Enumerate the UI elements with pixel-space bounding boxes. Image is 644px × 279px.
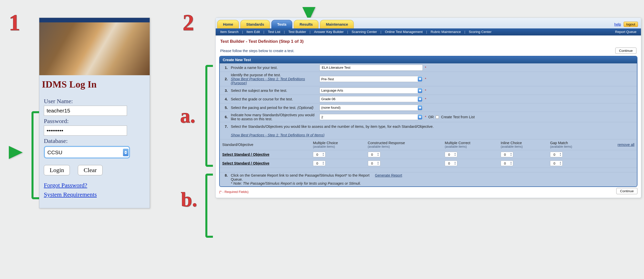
th-standard: Standard/Objective xyxy=(220,139,310,150)
chevron-updown-icon: ▲▼ xyxy=(453,161,457,166)
logout-button[interactable]: logout xyxy=(624,22,638,27)
create-from-list-label: Create Test from List xyxy=(441,115,475,119)
clear-button[interactable]: Clear xyxy=(78,165,103,175)
or-text: OR xyxy=(428,115,434,119)
generate-report-link[interactable]: Generate Report xyxy=(375,173,402,177)
subnav-answer-key-builder[interactable]: Answer Key Builder xyxy=(312,28,346,35)
test-name-input[interactable] xyxy=(319,65,423,71)
gm-stepper[interactable]: ▲▼ xyxy=(550,161,563,166)
login-button[interactable]: Login xyxy=(44,165,70,175)
create-from-list-checkbox[interactable] xyxy=(436,115,439,119)
step-5-label: Select the pacing and period for the tes… xyxy=(231,106,296,110)
main-tab-row: Home Standards Tests Results Maintenance… xyxy=(216,18,641,28)
mc-stepper[interactable]: ▲▼ xyxy=(313,152,326,157)
chevron-updown-icon: ▲▼ xyxy=(321,152,325,157)
tab-standards[interactable]: Standards xyxy=(240,20,270,28)
subnav-report-queue[interactable]: Report Queue xyxy=(613,28,638,35)
step-2-label: Identify the purpose of the test. xyxy=(231,73,281,77)
subnav-online-test-management[interactable]: Online Test Management xyxy=(383,28,425,35)
th-constructed-response: Constructed Response (available items) xyxy=(365,139,442,150)
forgot-password-link[interactable]: Forgot Password? xyxy=(44,182,145,189)
step-6-row: 6. Indicate how many Standards/Objective… xyxy=(220,112,637,122)
chevron-updown-icon: ▲▼ xyxy=(376,152,380,157)
subnav-rubric-maintenance[interactable]: Rubric Maintenance xyxy=(429,28,463,35)
required-icon: * xyxy=(425,89,426,93)
th-multiple-choice: Multiple Choice (available items) xyxy=(310,139,365,150)
step-5-optional: (Optional) xyxy=(297,106,313,110)
callout-2: 2 xyxy=(183,10,194,35)
select-standard-link[interactable]: Select Standard / Objective xyxy=(222,152,269,156)
username-input[interactable] xyxy=(44,106,127,116)
login-panel: IDMS Log In User Name: Password: Databas… xyxy=(39,18,150,208)
remove-all-link[interactable]: remove all xyxy=(618,143,634,147)
standards-table: Standard/Objective Multiple Choice (avai… xyxy=(220,139,637,172)
pacing-select[interactable]: (none found) xyxy=(319,105,423,111)
continue-button-top[interactable]: Continue xyxy=(615,48,636,54)
th-available: (available items) xyxy=(368,145,440,148)
purpose-select[interactable]: Pre-Test xyxy=(319,76,423,82)
table-row-spacer xyxy=(220,168,637,172)
tab-maintenance[interactable]: Maintenance xyxy=(320,20,354,28)
gm-stepper[interactable]: ▲▼ xyxy=(550,152,563,157)
th-available: (available items) xyxy=(501,145,545,148)
login-header-strip xyxy=(39,18,150,22)
tab-tests[interactable]: Tests xyxy=(271,20,292,28)
mcor-stepper[interactable]: ▲▼ xyxy=(445,152,457,157)
best-practices-items-link[interactable]: Show Best Practices - Step 1: Test Defin… xyxy=(231,133,325,137)
system-requirements-link[interactable]: System Requirements xyxy=(44,191,145,198)
mc-stepper[interactable]: ▲▼ xyxy=(313,161,326,166)
help-link[interactable]: help xyxy=(614,22,621,26)
step-2-number: 2. xyxy=(222,77,228,81)
step-6-number: 6. xyxy=(222,115,228,119)
subnav-item-edit[interactable]: Item Edit xyxy=(244,28,262,35)
chevron-updown-icon: ▲▼ xyxy=(558,152,562,157)
step-5-number: 5. xyxy=(222,106,228,110)
subnav-scanning-center[interactable]: Scanning Center xyxy=(350,28,379,35)
username-label: User Name: xyxy=(44,98,145,105)
best-practices-purpose-link[interactable]: Show Best Practices - Step 1: Test Defin… xyxy=(231,77,305,85)
database-label: Database: xyxy=(44,138,145,144)
create-new-test-panel: Create New Test 1. Provide a name for yo… xyxy=(219,56,637,187)
ic-stepper[interactable]: ▲▼ xyxy=(501,152,513,157)
th-inline-choice: Inline Choice (available items) xyxy=(498,139,548,150)
sub-nav: Item Search| Item Edit| Test List| Test … xyxy=(216,28,641,35)
subnav-scoring-center[interactable]: Scoring Center xyxy=(467,28,494,35)
step-3-label: Select the subject area for the test. xyxy=(231,89,316,93)
chevron-updown-icon: ▲▼ xyxy=(509,152,513,157)
subject-select[interactable]: Language Arts xyxy=(319,88,423,94)
tab-results[interactable]: Results xyxy=(294,20,318,28)
tab-home[interactable]: Home xyxy=(217,20,239,28)
page-title: Test Builder - Test Definition (Step 1 o… xyxy=(220,39,636,44)
password-input[interactable] xyxy=(44,126,127,136)
mcor-stepper[interactable]: ▲▼ xyxy=(445,161,457,166)
grade-select[interactable]: Grade 06 xyxy=(319,96,423,102)
th-multiple-correct: Multiple Correct (available items) xyxy=(442,139,498,150)
required-icon: * xyxy=(425,77,426,81)
idms-app: Home Standards Tests Results Maintenance… xyxy=(215,18,641,198)
th-remove-all: remove all xyxy=(597,139,637,150)
table-header-row: Standard/Objective Multiple Choice (avai… xyxy=(220,139,637,150)
continue-button-bottom[interactable]: Continue xyxy=(616,188,637,194)
select-standard-link[interactable]: Select Standard / Objective xyxy=(222,161,269,165)
bracket-b xyxy=(205,174,213,238)
cr-stepper[interactable]: ▲▼ xyxy=(368,161,380,166)
table-row: Select Standard / Objective ▲▼ ▲▼ ▲▼ ▲▼ … xyxy=(220,150,637,159)
subnav-item-search[interactable]: Item Search xyxy=(218,28,241,35)
login-photo xyxy=(39,22,150,75)
step-8-label-a: Click on the Generate Report link to sen… xyxy=(231,173,370,181)
callout-b: b. xyxy=(181,188,197,211)
step-6-label: Indicate how many Standards/Objectives y… xyxy=(231,113,316,121)
required-icon: * xyxy=(425,66,426,70)
cr-stepper[interactable]: ▲▼ xyxy=(368,152,380,157)
th-available: (available items) xyxy=(313,145,363,148)
step-4-row: 4. Select the grade or course for the te… xyxy=(220,95,637,103)
th-gap-match: Gap Match (available items) xyxy=(548,139,597,150)
subnav-test-builder[interactable]: Test Builder xyxy=(286,28,308,35)
standards-count-select[interactable]: 2 xyxy=(319,114,423,120)
required-fields-note: (* - Required Fields) xyxy=(219,190,248,194)
subnav-test-list[interactable]: Test List xyxy=(266,28,282,35)
th-available: (available items) xyxy=(445,145,496,148)
step-4-number: 4. xyxy=(222,97,228,101)
database-select[interactable]: CCSU xyxy=(45,147,128,157)
ic-stepper[interactable]: ▲▼ xyxy=(501,161,513,166)
